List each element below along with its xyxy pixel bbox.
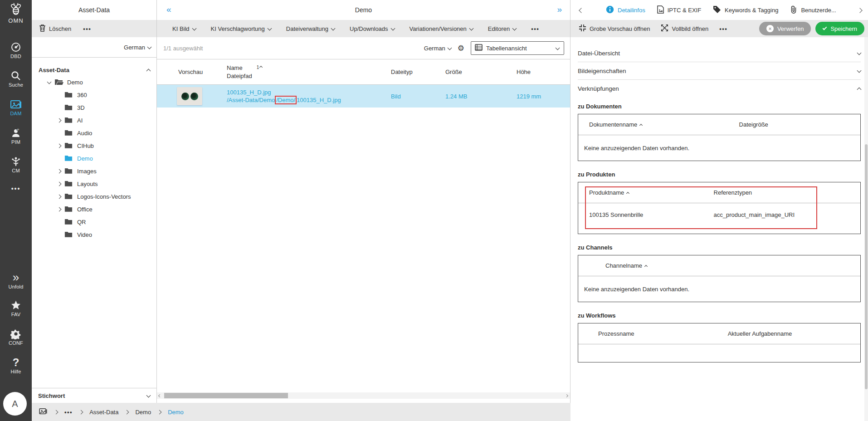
bee-icon	[0, 3, 32, 16]
rail-item-hilfe[interactable]: ? Hilfe	[0, 357, 32, 374]
center-language-select[interactable]: German	[424, 45, 451, 52]
channels-col-name[interactable]: Channelname	[578, 262, 647, 269]
menu-editoren[interactable]: Editoren	[488, 25, 516, 32]
rail-item-suche[interactable]: Suche	[0, 70, 32, 88]
discard-button[interactable]: × Verwerfen	[759, 22, 811, 35]
rail-item-dbd[interactable]: DBD	[0, 42, 32, 59]
menu-dateiverwaltung[interactable]: Dateiverwaltung	[286, 25, 335, 32]
left-language-value: German	[124, 44, 145, 51]
asset-file-name[interactable]: 100135_H_D.jpg	[227, 89, 271, 96]
sort-asc-icon	[639, 124, 643, 127]
tree-item-demo-selected[interactable]: Demo	[32, 152, 156, 165]
tabs-scroll-left-button[interactable]	[580, 7, 583, 14]
collapse-icon[interactable]	[146, 69, 151, 73]
tree-item-logos-icons-vectors[interactable]: Logos-Icons-Vectors	[32, 190, 156, 203]
sort-asc-icon	[626, 192, 629, 195]
omn-logo-label: OMN	[0, 17, 32, 24]
workflows-col-task[interactable]: Aktueller Aufgabenname	[728, 330, 792, 337]
products-table-row[interactable]: 100135 Sonnenbrille acc_product_main_ima…	[578, 203, 860, 226]
stichwort-section-header[interactable]: Stichwort	[32, 388, 156, 403]
column-dateityp[interactable]: Dateityp	[391, 69, 445, 75]
section-bildeigenschaften[interactable]: Bildeigenschaften	[578, 62, 861, 80]
person-icon: P	[0, 127, 32, 138]
breadcrumb-item-asset-data[interactable]: Asset-Data	[89, 409, 118, 416]
asset-file-type: Bild	[391, 93, 445, 100]
workflows-col-process[interactable]: Prozessname	[578, 330, 634, 337]
menu-ki-bild[interactable]: KI Bild	[172, 25, 196, 32]
rough-preview-button[interactable]: Grobe Vorschau öffnen	[579, 24, 650, 33]
links-channels-title: zu Channels	[578, 244, 861, 251]
expand-panel-right-button[interactable]: »	[557, 5, 562, 14]
sort-indicator[interactable]: 1	[257, 65, 263, 80]
rail-item-pim[interactable]: P PIM	[0, 127, 32, 145]
documents-col-size[interactable]: Dateigröße	[739, 121, 768, 128]
scroll-right-arrow[interactable]	[564, 395, 570, 397]
rail-item-cm[interactable]: CM	[0, 156, 32, 173]
tabs-scroll-right-button[interactable]	[858, 7, 862, 14]
breadcrumb-ellipsis[interactable]: •••	[64, 409, 73, 416]
tree-item-qr[interactable]: QR	[32, 215, 156, 228]
rail-item-dam[interactable]: DAM	[0, 99, 32, 116]
save-button[interactable]: Speichern	[815, 22, 864, 35]
products-col-name[interactable]: Produktname	[578, 189, 629, 196]
products-col-reftype[interactable]: Referenztypen	[714, 189, 752, 196]
folder-icon	[64, 231, 73, 238]
vertical-scrollbar[interactable]	[864, 37, 868, 421]
tree-item-office[interactable]: Office	[32, 203, 156, 215]
tree-item-images[interactable]: Images	[32, 165, 156, 177]
rail-item-fav[interactable]: FAV	[0, 300, 32, 317]
tree-item-3d[interactable]: 3D	[32, 101, 156, 114]
scrollbar-thumb[interactable]	[865, 144, 868, 389]
column-hoehe[interactable]: Höhe	[517, 69, 570, 75]
scrollbar-thumb[interactable]	[164, 393, 288, 398]
svg-text:P: P	[17, 128, 19, 132]
asset-thumbnail-sunglasses	[177, 87, 202, 105]
delete-button[interactable]: Löschen	[39, 24, 71, 33]
tab-benutzerdefiniert[interactable]: Benutzerde...	[790, 5, 836, 15]
tree-item-audio[interactable]: Audio	[32, 127, 156, 139]
tree-item-video[interactable]: Video	[32, 228, 156, 241]
menu-ki-verschlagwortung[interactable]: KI Verschlagwortung	[211, 25, 271, 32]
tree-branch-icon	[0, 156, 32, 167]
horizontal-scrollbar[interactable]	[157, 392, 570, 399]
dashboard-icon	[0, 42, 32, 53]
menu-variationen-versionen[interactable]: Variationen/Versionen	[410, 25, 473, 32]
tree-item-ai[interactable]: AI	[32, 114, 156, 127]
omn-logo[interactable]: OMN	[0, 3, 32, 24]
view-mode-select[interactable]: Tabellenansicht	[471, 41, 564, 55]
column-vorschau[interactable]: Vorschau	[157, 69, 218, 75]
collapsed-chevron-icon	[57, 143, 61, 148]
rail-item-unfold[interactable]: » Unfold	[0, 271, 32, 289]
tree-item-demo-root[interactable]: Demo	[32, 76, 156, 88]
breadcrumb-item-demo[interactable]: Demo	[135, 409, 151, 416]
tree-item-360[interactable]: 360	[32, 88, 156, 101]
tab-iptc-exif[interactable]: IPTC & EXIF	[657, 5, 701, 15]
x-circle-icon: ×	[766, 25, 774, 32]
tree-label: Video	[77, 231, 92, 238]
documents-col-name[interactable]: Dokumentenname	[578, 121, 642, 128]
breadcrumb-item-demo-current[interactable]: Demo	[168, 409, 184, 416]
tab-keywords-tagging[interactable]: Keywords & Tagging	[713, 5, 778, 15]
right-toolbar-more-button[interactable]: •••	[719, 25, 727, 32]
tab-detailinfos[interactable]: Detailinfos	[606, 5, 645, 15]
breadcrumb-root-image-icon[interactable]	[39, 407, 48, 416]
user-avatar[interactable]: A	[3, 392, 27, 416]
tree-root-asset-data[interactable]: Asset-Data	[32, 64, 156, 76]
column-groesse[interactable]: Größe	[445, 69, 517, 75]
tree-item-cihub[interactable]: CIHub	[32, 139, 156, 152]
left-toolbar-more-button[interactable]: •••	[83, 25, 91, 32]
column-name-dateipfad[interactable]: Name Dateipfad 1	[218, 64, 391, 80]
section-verknuepfungen[interactable]: Verknüpfungen	[578, 80, 861, 98]
rail-item-conf[interactable]: CONF	[0, 328, 32, 346]
section-datei-uebersicht[interactable]: Datei-Übersicht	[578, 44, 861, 62]
scroll-left-arrow[interactable]	[157, 395, 163, 397]
center-toolbar-more-button[interactable]: •••	[531, 25, 539, 32]
tree-item-layouts[interactable]: Layouts	[32, 177, 156, 190]
left-language-select[interactable]: German	[124, 44, 151, 51]
settings-gear-icon[interactable]: ⚙	[458, 44, 464, 52]
asset-table-row[interactable]: 100135_H_D.jpg /Asset-Data/Demo/Demo/100…	[157, 85, 570, 108]
menu-up-downloads[interactable]: Up/Downloads	[350, 25, 395, 32]
tree-label: Demo	[77, 155, 93, 162]
fullscreen-button[interactable]: Vollbild öffnen	[661, 24, 708, 33]
rail-more-button[interactable]: •••	[0, 185, 32, 192]
